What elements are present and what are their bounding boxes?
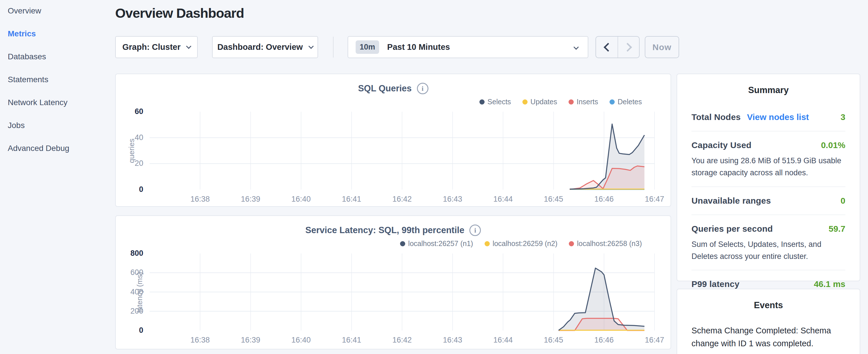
legend-label: Selects <box>488 98 511 106</box>
sidebar-item-statements[interactable]: Statements <box>8 74 49 86</box>
summary-rows: Total NodesView nodes list3Capacity Used… <box>677 108 860 293</box>
sidebar-item-advanced-debug[interactable]: Advanced Debug <box>8 142 69 154</box>
summary-row-label: P99 latency <box>691 279 739 289</box>
legend-dot-icon <box>610 99 615 104</box>
sidebar-item-metrics[interactable]: Metrics <box>8 28 36 40</box>
legend-label: localhost:26257 (n1) <box>408 239 473 248</box>
legend-label: Updates <box>530 98 557 106</box>
now-button-label: Now <box>652 42 672 52</box>
y-tick-label: 800 <box>118 249 143 258</box>
x-tick-label: 16:45 <box>534 336 574 345</box>
time-step-back-button[interactable] <box>596 37 618 58</box>
legend-item-updates[interactable]: Updates <box>522 98 557 106</box>
sidebar-item-network-latency[interactable]: Network Latency <box>8 97 68 108</box>
service-latency-chart-card: Service Latency: SQL, 99th percentile i … <box>115 215 671 349</box>
legend-item-deletes[interactable]: Deletes <box>610 98 642 106</box>
events-panel: Events Schema Change Completed: Schema c… <box>677 289 860 354</box>
chart-legend: SelectsUpdatesInsertsDeletes <box>479 98 642 106</box>
graph-dropdown[interactable]: Graph: Cluster <box>115 36 198 58</box>
legend-dot-icon <box>569 241 574 246</box>
chart-plot-area[interactable] <box>150 254 654 330</box>
chevron-down-icon <box>574 44 579 50</box>
x-tick-label: 16:38 <box>180 336 220 345</box>
chevron-left-icon <box>603 43 612 52</box>
x-tick-label: 16:43 <box>432 195 472 204</box>
summary-row-label: Capacity Used <box>691 140 751 150</box>
info-icon[interactable]: i <box>417 83 428 94</box>
time-window-label: Past 10 Minutes <box>387 42 450 52</box>
y-tick-label: 600 <box>118 268 143 277</box>
summary-row-value: 0.01% <box>821 140 845 150</box>
legend-label: localhost:26259 (n2) <box>493 239 558 248</box>
x-tick-label: 16:46 <box>584 336 624 345</box>
now-button[interactable]: Now <box>645 36 679 58</box>
view-nodes-link[interactable]: View nodes list <box>747 112 809 122</box>
legend-item-localhost-26259-n2-[interactable]: localhost:26259 (n2) <box>485 239 558 248</box>
sidebar-item-databases[interactable]: Databases <box>8 51 46 63</box>
summary-row-label: Queries per second <box>691 224 773 234</box>
summary-row-description: Sum of Selects, Updates, Inserts, and De… <box>691 238 845 265</box>
x-tick-label: 16:40 <box>281 195 321 204</box>
y-tick-label: 60 <box>118 107 143 116</box>
x-tick-label: 16:45 <box>534 195 574 204</box>
sidebar-item-jobs[interactable]: Jobs <box>8 120 25 131</box>
x-tick-label: 16:42 <box>382 336 422 345</box>
legend-item-localhost-26258-n3-[interactable]: localhost:26258 (n3) <box>569 239 642 248</box>
summary-row-value: 59.7 <box>829 224 845 234</box>
time-window-badge: 10m <box>355 40 379 54</box>
info-icon[interactable]: i <box>469 225 481 236</box>
legend-item-inserts[interactable]: Inserts <box>568 98 598 106</box>
time-step-forward-button[interactable] <box>618 37 639 58</box>
time-range-dropdown[interactable]: 10m Past 10 Minutes <box>348 36 588 58</box>
x-tick-label: 16:44 <box>483 336 523 345</box>
y-tick-label: 20 <box>118 159 143 168</box>
chart-legend: localhost:26257 (n1)localhost:26259 (n2)… <box>400 239 642 248</box>
x-tick-label: 16:41 <box>332 195 372 204</box>
legend-item-localhost-26257-n1-[interactable]: localhost:26257 (n1) <box>400 239 473 248</box>
summary-row-value: 0 <box>840 196 845 206</box>
legend-dot-icon <box>485 241 490 246</box>
chevron-down-icon <box>186 43 191 49</box>
summary-divider <box>691 131 845 131</box>
summary-row-label: Total Nodes <box>691 112 741 122</box>
x-tick-label: 16:41 <box>332 336 372 345</box>
chart-header: Service Latency: SQL, 99th percentile i <box>116 225 671 236</box>
summary-row: Total NodesView nodes list3 <box>691 108 845 126</box>
chevron-right-icon <box>623 43 632 52</box>
legend-item-selects[interactable]: Selects <box>479 98 511 106</box>
x-tick-label: 16:39 <box>230 336 271 345</box>
legend-dot-icon <box>522 99 528 104</box>
x-tick-label: 16:39 <box>230 195 271 204</box>
events-title: Events <box>691 300 845 311</box>
summary-title: Summary <box>677 85 860 95</box>
summary-row-value: 3 <box>840 112 845 122</box>
y-tick-label: 400 <box>118 288 143 296</box>
x-tick-label: 16:38 <box>180 195 220 204</box>
x-tick-label: 16:40 <box>281 336 321 345</box>
sidebar-item-overview[interactable]: Overview <box>8 5 41 17</box>
summary-divider <box>691 215 845 215</box>
y-tick-label: 0 <box>118 326 143 335</box>
legend-dot-icon <box>400 241 405 246</box>
legend-label: Deletes <box>618 98 642 106</box>
summary-divider <box>691 270 845 270</box>
y-tick-label: 0 <box>118 185 143 194</box>
page-title: Overview Dashboard <box>115 5 244 21</box>
time-step-buttons <box>595 36 640 58</box>
legend-dot-icon <box>568 99 574 104</box>
sql-queries-chart-card: SQL Queries i SelectsUpdatesInsertsDelet… <box>115 74 671 207</box>
summary-row: Capacity Used0.01% <box>691 136 845 154</box>
chart-header: SQL Queries i <box>116 83 671 94</box>
dashboard-dropdown-label: Dashboard: Overview <box>217 42 303 52</box>
dashboard-dropdown[interactable]: Dashboard: Overview <box>212 36 318 58</box>
chart-title: Service Latency: SQL, 99th percentile <box>306 225 465 235</box>
event-text: Schema Change Completed: Schema change w… <box>691 324 845 350</box>
chart-plot-area[interactable] <box>150 112 654 190</box>
chevron-down-icon <box>308 43 313 49</box>
controls-divider <box>333 37 334 58</box>
graph-dropdown-label: Graph: Cluster <box>122 42 181 52</box>
x-tick-label: 16:47 <box>634 336 675 345</box>
legend-dot-icon <box>479 99 485 104</box>
summary-divider <box>691 187 845 187</box>
metrics-page: OverviewMetricsDatabasesStatementsNetwor… <box>0 0 868 354</box>
